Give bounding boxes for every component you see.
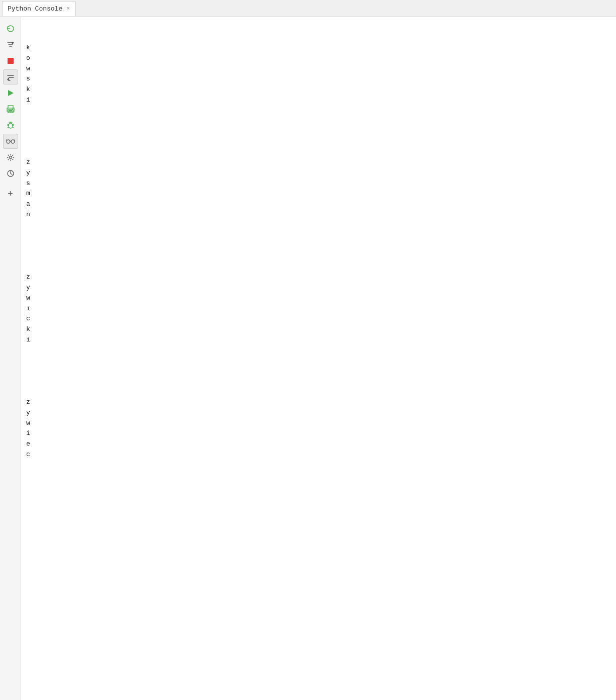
- text-line: c: [26, 314, 616, 324]
- svg-line-24: [6, 140, 7, 141]
- text-line: s: [26, 179, 616, 189]
- text-line: z: [26, 272, 616, 283]
- svg-rect-7: [8, 106, 13, 108]
- text-line: [26, 147, 616, 157]
- text-line: o: [26, 53, 616, 64]
- text-line: s: [26, 74, 616, 84]
- text-line: e: [26, 439, 616, 450]
- text-line: z: [26, 157, 616, 168]
- svg-point-22: [11, 140, 15, 143]
- rerun-button[interactable]: [3, 21, 18, 36]
- text-group-3: z y w i c k i: [26, 261, 616, 345]
- history-button[interactable]: [3, 166, 18, 181]
- text-line: w: [26, 293, 616, 304]
- svg-point-21: [7, 140, 10, 143]
- svg-line-18: [13, 127, 14, 128]
- svg-marker-6: [8, 90, 14, 96]
- text-line: i: [26, 428, 616, 439]
- svg-point-3: [12, 42, 14, 44]
- text-line: y: [26, 283, 616, 293]
- svg-line-19: [8, 124, 9, 125]
- svg-rect-9: [9, 110, 12, 111]
- soft-wrap-button[interactable]: [3, 69, 18, 84]
- add-icon: +: [8, 189, 13, 198]
- text-line: y: [26, 168, 616, 179]
- toolbar: +: [0, 17, 21, 700]
- text-line: [26, 261, 616, 272]
- console-output: k o w s k i z y s m a n z y w: [21, 17, 616, 700]
- text-group-4: z y w i e c: [26, 387, 616, 460]
- tab-title: Python Console: [8, 5, 62, 13]
- text-line: w: [26, 418, 616, 429]
- python-console-tab[interactable]: Python Console ×: [2, 1, 75, 16]
- glasses-button[interactable]: [3, 134, 18, 149]
- svg-line-25: [15, 140, 15, 141]
- text-line: a: [26, 199, 616, 210]
- text-line: z: [26, 397, 616, 408]
- svg-point-11: [12, 109, 13, 110]
- text-line: n: [26, 210, 616, 220]
- text-line: [26, 387, 616, 397]
- svg-line-17: [8, 127, 9, 128]
- svg-point-12: [9, 123, 13, 128]
- text-line: m: [26, 189, 616, 199]
- stop-button[interactable]: [3, 53, 18, 68]
- console-text-area: k o w s k i z y s m a n z y w: [21, 21, 616, 480]
- text-line: c: [26, 450, 616, 460]
- debug-button[interactable]: [3, 118, 18, 133]
- settings-button[interactable]: [3, 150, 18, 165]
- add-button[interactable]: +: [3, 186, 18, 201]
- text-group-1: k o w s k i: [26, 43, 616, 106]
- text-line: k: [26, 84, 616, 95]
- svg-line-20: [13, 124, 14, 125]
- text-line: i: [26, 304, 616, 314]
- text-line: w: [26, 64, 616, 74]
- text-line: k: [26, 324, 616, 335]
- filter-button[interactable]: [3, 37, 18, 52]
- svg-rect-4: [8, 58, 14, 64]
- text-line: i: [26, 335, 616, 345]
- svg-point-26: [9, 156, 12, 159]
- tab-close-button[interactable]: ×: [66, 6, 70, 12]
- text-group-2: z y s m a n: [26, 147, 616, 220]
- main-container: + k o w s k i z y s m a n: [0, 17, 616, 700]
- print-button[interactable]: [3, 102, 18, 117]
- tab-bar: Python Console ×: [0, 0, 616, 17]
- svg-rect-10: [9, 111, 12, 112]
- text-line: i: [26, 95, 616, 106]
- run-button[interactable]: [3, 85, 18, 101]
- text-line: y: [26, 408, 616, 418]
- text-line: k: [26, 43, 616, 53]
